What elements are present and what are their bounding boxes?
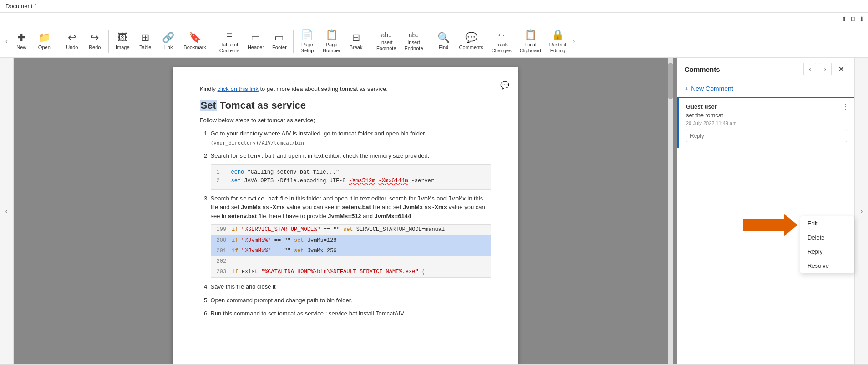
new-comment-label: New Comment bbox=[691, 85, 733, 92]
toolbar-localclipboard[interactable]: 📋 LocalClipboard bbox=[516, 27, 545, 55]
toolbar-header-label: Header bbox=[248, 45, 264, 50]
main-area: ‹ Kindly click on this link to get more … bbox=[0, 58, 868, 364]
context-menu-delete[interactable]: Delete bbox=[800, 230, 854, 245]
comment-menu-button[interactable]: ⋮ bbox=[842, 102, 849, 111]
intro-link[interactable]: click on this link bbox=[218, 85, 259, 92]
context-menu-resolve[interactable]: Resolve bbox=[800, 259, 854, 273]
page-heading: Set Tomcat as service bbox=[200, 100, 491, 111]
code-block-2: 199 if "%SERVICE_STARTUP_MODE%" == "" se… bbox=[211, 224, 491, 278]
toolbar-link[interactable]: 🔗 Link bbox=[157, 27, 179, 55]
code-line-1: 1 echo "Calling setenv bat file..." bbox=[217, 168, 485, 177]
step-3-text: Search for service.bat file in this fold… bbox=[211, 195, 485, 220]
toolbar-nav-left[interactable]: ‹ bbox=[4, 27, 10, 55]
upload-icon[interactable]: ⬆ bbox=[842, 15, 847, 23]
new-comment-button[interactable]: + New Comment bbox=[677, 80, 854, 98]
subtitle: Follow below steps to set tomcat as serv… bbox=[200, 117, 491, 124]
header-icon: ▭ bbox=[251, 32, 260, 44]
toolbar-divider-1 bbox=[58, 30, 58, 53]
comment-date: 20 July 2022 11:49 am bbox=[686, 120, 847, 126]
redo-icon: ↪ bbox=[91, 32, 99, 44]
context-menu-reply[interactable]: Reply bbox=[800, 245, 854, 259]
toolbar-redo[interactable]: ↪ Redo bbox=[84, 27, 106, 55]
line-code-203: if exist "%CATALINA_HOME%\bin\%DEFAULT_S… bbox=[232, 268, 425, 276]
toolbar-bookmark-label: Bookmark bbox=[183, 45, 206, 50]
line-num-1: 1 bbox=[217, 168, 226, 177]
table-icon: ⊞ bbox=[141, 32, 149, 44]
toolbar-header[interactable]: ▭ Header bbox=[244, 27, 268, 55]
undo-icon: ↩ bbox=[68, 32, 76, 44]
toolbar-new[interactable]: ✚ New bbox=[10, 27, 32, 55]
step-5: Open command prompt and change path to b… bbox=[211, 296, 491, 305]
comment-next-button[interactable]: › bbox=[819, 63, 832, 75]
toolbar-insertfootnote-label: InsertFootnote bbox=[376, 40, 396, 51]
toolbar-footer[interactable]: ▭ Footer bbox=[269, 27, 290, 55]
toolbar-break[interactable]: ⊟ Break bbox=[345, 27, 367, 55]
toolbar-insertfootnote[interactable]: ab↓ InsertFootnote bbox=[373, 27, 400, 55]
line-code-2: set JAVA_OPTS=-Dfile.encoding=UTF-8 -Xms… bbox=[231, 177, 434, 185]
new-icon: ✚ bbox=[17, 32, 25, 44]
step-4: Save this file and close it bbox=[211, 282, 491, 291]
toolbar-nav-right[interactable]: › bbox=[571, 27, 577, 55]
step-2-text: Search for setenv.bat and open it in tex… bbox=[211, 152, 430, 159]
toolbar-divider-5 bbox=[370, 30, 370, 53]
comments-panel: Comments ‹ › ✕ + New Comment Guest user … bbox=[677, 58, 854, 364]
link-icon: 🔗 bbox=[162, 32, 174, 44]
code-block-1: 1 echo "Calling setenv bat file..." 2 se… bbox=[211, 164, 491, 190]
toolbar-pagesetup[interactable]: 📄 PageSetup bbox=[296, 27, 318, 55]
toolbar-undo[interactable]: ↩ Undo bbox=[61, 27, 83, 55]
page-nav-right[interactable]: › bbox=[854, 58, 868, 364]
toolbar-open[interactable]: 📁 Open bbox=[33, 27, 55, 55]
scroll-indicator[interactable] bbox=[668, 58, 673, 364]
top-action-bar: ⬆ 🖥 ⬇ bbox=[0, 13, 868, 25]
toolbar-bookmark[interactable]: 🔖 Bookmark bbox=[180, 27, 210, 55]
toolbar-toc-label: Table ofContents bbox=[219, 42, 239, 54]
toolbar-pagenumber[interactable]: 📋 PageNumber bbox=[319, 27, 344, 55]
toolbar-comments[interactable]: 💬 Comments bbox=[456, 27, 487, 55]
pagesetup-icon: 📄 bbox=[301, 29, 313, 41]
restrictediting-icon: 🔒 bbox=[552, 29, 564, 41]
intro-text-before: Kindly bbox=[200, 85, 218, 92]
toolbar-image-label: Image bbox=[116, 45, 130, 50]
monitor-icon[interactable]: 🖥 bbox=[850, 15, 856, 23]
toolbar-insertendnote-label: InsertEndnote bbox=[405, 40, 423, 51]
scroll-thumb[interactable] bbox=[668, 63, 673, 99]
find-icon: 🔍 bbox=[437, 32, 450, 44]
toolbar-insertendnote[interactable]: ab↓ InsertEndnote bbox=[401, 27, 427, 55]
toolbar-divider-6 bbox=[430, 30, 430, 53]
comment-reply-input[interactable] bbox=[686, 130, 847, 142]
comments-icon: 💬 bbox=[465, 32, 477, 44]
toolbar-footer-label: Footer bbox=[272, 45, 287, 50]
toolbar-find[interactable]: 🔍 Find bbox=[433, 27, 455, 55]
comment-prev-button[interactable]: ‹ bbox=[803, 63, 816, 75]
new-comment-icon: + bbox=[685, 85, 688, 92]
toolbar-pagenumber-label: PageNumber bbox=[323, 42, 340, 54]
toolbar-link-label: Link bbox=[163, 45, 173, 50]
code-line-200: 200 if "%JvmMs%" == "" set JvmMs=128 bbox=[211, 235, 491, 246]
close-comments-button[interactable]: ✕ bbox=[834, 63, 847, 75]
insertfootnote-icon: ab↓ bbox=[381, 31, 392, 39]
step-6: Run this command to set tomcat as servic… bbox=[211, 309, 491, 318]
line-num-200: 200 bbox=[217, 236, 227, 245]
toolbar-new-label: New bbox=[16, 45, 26, 50]
step-6-text: Run this command to set tomcat as servic… bbox=[211, 310, 404, 317]
toolbar-restrictediting[interactable]: 🔒 RestrictEditing bbox=[546, 27, 570, 55]
localclipboard-icon: 📋 bbox=[524, 29, 537, 41]
toolbar-toc[interactable]: ≡ Table ofContents bbox=[216, 27, 243, 55]
toolbar: ‹ ✚ New 📁 Open ↩ Undo ↪ Redo 🖼 Image ⊞ T… bbox=[0, 25, 868, 58]
document-page: Kindly click on this link to get more id… bbox=[173, 67, 518, 364]
title-bar: Document 1 bbox=[0, 0, 868, 13]
toolbar-table[interactable]: ⊞ Table bbox=[134, 27, 156, 55]
page-nav-left[interactable]: ‹ bbox=[0, 58, 14, 364]
document-title: Document 1 bbox=[5, 3, 37, 10]
download-icon[interactable]: ⬇ bbox=[859, 15, 864, 23]
comment-indicator[interactable]: 💬 bbox=[500, 81, 509, 90]
toolbar-trackchanges[interactable]: ↔ TrackChanges bbox=[488, 27, 515, 55]
context-menu-edit[interactable]: Edit bbox=[800, 216, 854, 230]
toolbar-restrictediting-label: RestrictEditing bbox=[549, 42, 566, 54]
toolbar-undo-label: Undo bbox=[66, 45, 78, 50]
toolbar-image[interactable]: 🖼 Image bbox=[112, 27, 133, 55]
toc-icon: ≡ bbox=[226, 29, 232, 41]
insertendnote-icon: ab↓ bbox=[409, 31, 419, 39]
comments-header: Comments ‹ › ✕ bbox=[677, 58, 854, 80]
line-code-1: echo "Calling setenv bat file..." bbox=[231, 168, 340, 177]
